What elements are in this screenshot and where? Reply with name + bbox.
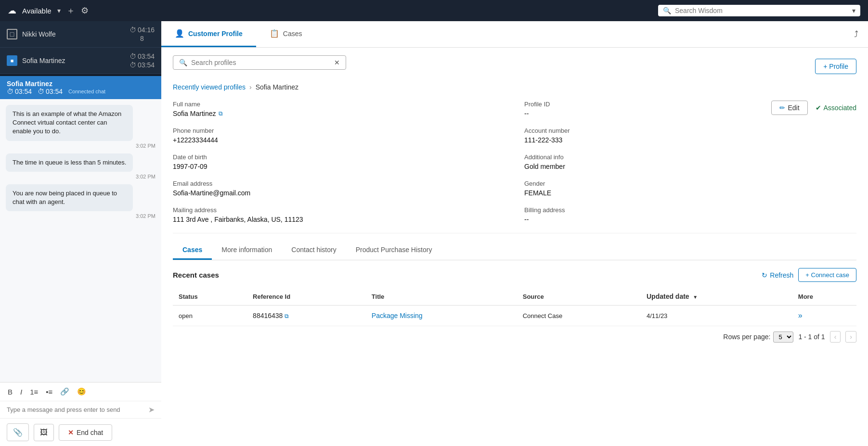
profile-info-section: ✏ Edit ✔ Associated Full name Sofia Mart… [173, 101, 856, 233]
table-row: open 88416438 ⧉ Package Missing Connect … [173, 306, 856, 326]
mailing-address-field: Mailing address 111 3rd Ave , Fairbanks,… [173, 206, 505, 223]
end-chat-button[interactable]: ✕ End chat [59, 424, 112, 441]
next-page-button[interactable]: › [845, 331, 856, 343]
profile-actions: ✏ Edit ✔ Associated [771, 101, 856, 115]
gender-field: Gender FEMALE [524, 180, 856, 197]
cases-table-head: Status Reference Id Title Source Updated… [173, 288, 856, 306]
mailing-address-label: Mailing address [173, 206, 505, 214]
prev-page-button[interactable]: ‹ [830, 331, 841, 343]
italic-button[interactable]: I [19, 387, 23, 397]
contact-times-nikki: ⏱ 04:16 8 [130, 26, 155, 42]
chat-toolbar: B I 1≡ •≡ 🔗 😊 [0, 382, 161, 401]
clock-icon-sofia2: ⏱ [130, 61, 136, 69]
full-name-label: Full name [173, 101, 505, 108]
check-icon: ✔ [816, 104, 821, 112]
chat-messages: This is an example of what the Amazon Co… [0, 99, 161, 382]
active-time1: ⏱ 03:54 [7, 88, 32, 95]
more-arrow-icon[interactable]: » [798, 311, 803, 319]
tab-customer-profile[interactable]: 👤 Customer Profile [161, 21, 256, 47]
cases-table-body: open 88416438 ⧉ Package Missing Connect … [173, 306, 856, 326]
top-bar: ☁ Available ▾ ＋ ⚙ 🔍 ▾ [0, 0, 868, 21]
edit-button[interactable]: ✏ Edit [771, 101, 807, 115]
col-source: Source [517, 288, 641, 306]
contact-time1-sofia: 03:54 [138, 52, 155, 60]
message-3: You are now being placed in queue to cha… [6, 184, 155, 219]
message-bubble-3: You are now being placed in queue to cha… [6, 184, 133, 211]
email-address-field: Email address Sofia-Martine@gmail.com [173, 180, 505, 197]
cases-actions: ↻ Refresh + Connect case [762, 268, 856, 282]
chat-input[interactable] [7, 406, 148, 413]
associated-text: Associated [824, 104, 856, 112]
main-layout: □ Nikki Wolfe ⏱ 04:16 8 ■ Sofia Martinez [0, 21, 868, 446]
media-button[interactable]: 🖼 [34, 424, 54, 441]
settings-icon[interactable]: ⚙ [81, 5, 89, 16]
date-of-birth-label: Date of birth [173, 153, 505, 161]
search-wisdom-dropdown-icon[interactable]: ▾ [852, 7, 855, 14]
bold-button[interactable]: B [7, 387, 13, 397]
add-button[interactable]: ＋ [66, 5, 75, 16]
right-panel: 👤 Customer Profile 📋 Cases ⤴ 🔍 ✕ + Profi… [161, 21, 868, 446]
send-button[interactable]: ➤ [148, 405, 155, 414]
refresh-button[interactable]: ↻ Refresh [762, 271, 793, 279]
search-profiles-icon: 🔍 [179, 59, 187, 66]
contact-item-nikki[interactable]: □ Nikki Wolfe ⏱ 04:16 8 [0, 21, 161, 48]
account-number-value: 111-222-333 [524, 136, 856, 144]
profile-grid: Full name Sofia Martinez ⧉ Profile ID --… [173, 101, 856, 223]
sort-icon[interactable]: ▼ [693, 294, 698, 300]
ordered-list-button[interactable]: 1≡ [29, 387, 39, 397]
tab-cases[interactable]: 📋 Cases [256, 21, 316, 47]
chat-contact-icon: ■ [7, 55, 17, 66]
customer-profile-tab-icon: 👤 [175, 29, 184, 38]
case-title-link[interactable]: Package Missing [372, 312, 423, 319]
account-number-field: Account number 111-222-333 [524, 127, 856, 144]
add-profile-button[interactable]: + Profile [815, 59, 856, 74]
rows-per-page-label: Rows per page: [723, 333, 770, 341]
billing-address-value: -- [524, 216, 856, 223]
share-icon-button[interactable]: ⤴ [844, 22, 868, 47]
cell-more: » [792, 306, 856, 326]
billing-address-field: Billing address -- [524, 206, 856, 223]
status-dropdown-icon[interactable]: ▾ [57, 7, 61, 14]
search-clear-icon[interactable]: ✕ [334, 59, 340, 66]
sub-tab-contact-history[interactable]: Contact history [282, 241, 346, 260]
breadcrumb-current: Sofia Martinez [256, 83, 298, 91]
col-status: Status [173, 288, 247, 306]
active-chat-times: ⏱ 03:54 ⏱ 03:54 Connected chat [7, 88, 155, 95]
gender-value: FEMALE [524, 189, 856, 197]
reference-id-copy-icon[interactable]: ⧉ [285, 313, 289, 319]
refresh-icon: ↻ [762, 271, 767, 279]
app-logo-icon: ☁ [8, 5, 16, 16]
phone-number-value: +12223334444 [173, 136, 505, 144]
unordered-list-button[interactable]: •≡ [45, 387, 53, 397]
cell-updated-date: 4/11/23 [641, 306, 792, 326]
contact-name-sofia: Sofia Martinez [22, 57, 125, 64]
rows-per-page-select[interactable]: 5 [773, 331, 793, 343]
recent-cases-title: Recent cases [173, 271, 219, 279]
message-bubble-2: The time in queue is less than 5 minutes… [6, 153, 133, 172]
date-of-birth-value: 1997-07-09 [173, 163, 505, 170]
contact-item-sofia[interactable]: ■ Sofia Martinez ⏱ 03:54 ⏱ 03:54 [0, 48, 161, 74]
gender-label: Gender [524, 180, 856, 187]
customer-profile-tab-label: Customer Profile [188, 30, 243, 38]
emoji-button[interactable]: 😊 [76, 386, 87, 397]
search-wisdom-input[interactable] [675, 7, 848, 14]
sub-tab-cases[interactable]: Cases [173, 241, 212, 260]
message-time-1: 3:02 PM [6, 143, 155, 149]
attachment-button[interactable]: 📎 [7, 423, 29, 441]
message-bubble-1: This is an example of what the Amazon Co… [6, 105, 133, 141]
connect-case-button[interactable]: + Connect case [798, 268, 856, 282]
connected-status: Connected chat [68, 89, 105, 94]
tabs-row: 👤 Customer Profile 📋 Cases ⤴ [161, 21, 868, 48]
breadcrumb-link[interactable]: Recently viewed profiles [173, 83, 246, 91]
breadcrumb: Recently viewed profiles › Sofia Martine… [173, 83, 856, 91]
message-1: This is an example of what the Amazon Co… [6, 105, 155, 149]
message-time-2: 3:02 PM [6, 174, 155, 179]
full-name-copy-icon[interactable]: ⧉ [219, 110, 223, 117]
account-number-label: Account number [524, 127, 856, 134]
additional-info-label: Additional info [524, 153, 856, 161]
link-button[interactable]: 🔗 [59, 386, 70, 397]
date-of-birth-field: Date of birth 1997-07-09 [173, 153, 505, 170]
search-profiles-input[interactable] [191, 59, 330, 66]
sub-tab-more-info[interactable]: More information [212, 241, 282, 260]
sub-tab-purchase-history[interactable]: Product Purchase History [346, 241, 442, 260]
